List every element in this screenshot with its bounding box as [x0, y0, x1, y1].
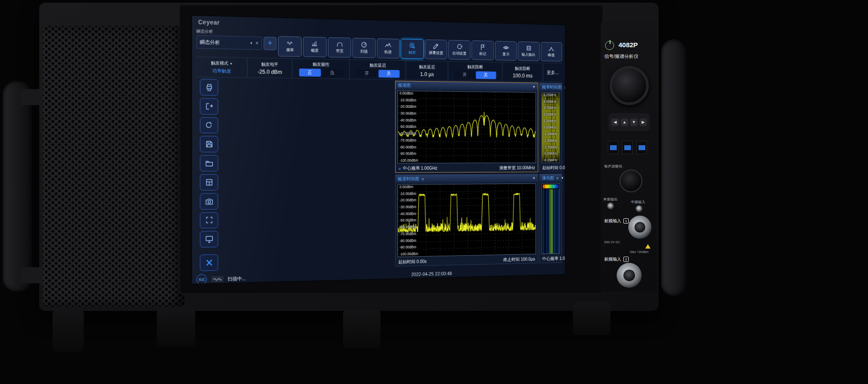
toolbar-button-trace[interactable]: 轨迹: [377, 38, 400, 58]
toggle-option[interactable]: 正: [299, 68, 321, 76]
chart-title: 频谱图: [398, 82, 410, 89]
chevron-down-icon[interactable]: ▼: [561, 176, 564, 180]
toolbar-button-peak[interactable]: 峰值: [540, 42, 562, 61]
chevron-down-icon[interactable]: ▼: [250, 41, 253, 45]
arrow-right-button[interactable]: ▶: [639, 118, 647, 126]
side-button-layout[interactable]: [200, 174, 218, 191]
add-tab-button[interactable]: +: [264, 37, 277, 50]
toolbar-button-trigger[interactable]: 触发: [401, 39, 424, 59]
usb-port[interactable]: [608, 141, 618, 154]
toggle-option[interactable]: 开: [454, 71, 475, 79]
scan-logo-icon: [211, 276, 223, 282]
chart-grid: 频谱图 ▼ 0.00dBm-10.00dBm-20.00dBm-30.00dBm…: [197, 78, 562, 271]
chart-footer: » 中心频率 1.00GHz 测量带宽 10.00MHz: [396, 164, 538, 172]
close-icon[interactable]: ×: [556, 176, 558, 180]
toolbar-button-label: 标记: [479, 51, 487, 57]
chart-window-freq-time[interactable]: 频率时间图 × ▼ 6.25MHz5.00MHz3.75MHz2.50MHz1.…: [539, 83, 562, 172]
side-button-crop[interactable]: [200, 212, 218, 229]
param-group-4[interactable]: 触发延迟1.0 µs: [406, 61, 448, 80]
close-icon[interactable]: ×: [256, 40, 259, 46]
toolbar-button-label: 幅度: [311, 48, 319, 53]
param-value[interactable]: -25.0 dBm: [258, 69, 282, 75]
toolbar-button-label: 显示: [502, 52, 509, 57]
analyzer-ui: 瞬态分析 瞬态分析 ▼ × + 频率幅度带宽扫描轨迹触发测量设置自动设置标记显示…: [192, 27, 565, 284]
param-group-2[interactable]: 触发极性正负: [292, 59, 350, 79]
lo-output-connector: [607, 202, 614, 209]
chart-window-waterfall[interactable]: 瀑布图 × ▼ 中心频率 1.00GHz 测量带宽 10.0: [539, 174, 562, 263]
more-button[interactable]: 更多...: [547, 69, 559, 76]
param-group-6[interactable]: 触发阻断100.0 ms: [502, 62, 543, 82]
close-icon[interactable]: ×: [422, 176, 424, 182]
usb-port[interactable]: [636, 141, 647, 154]
side-button-close[interactable]: [200, 254, 218, 271]
power-button[interactable]: [605, 41, 614, 50]
bandwidth-icon: [336, 41, 343, 48]
chart-header[interactable]: 瀑布图 × ▼: [540, 174, 561, 182]
side-button-folder[interactable]: [200, 155, 218, 172]
spectrum-trace: [398, 91, 536, 163]
expand-panel-icon[interactable]: »: [398, 166, 401, 171]
chart-header[interactable]: 幅度时间图 × ▼: [396, 174, 538, 183]
chart-plot-area: [541, 183, 560, 254]
side-button-save[interactable]: [200, 136, 218, 152]
close-icon[interactable]: ×: [564, 85, 565, 90]
tab-transient-analysis[interactable]: 瞬态分析 ▼ ×: [197, 35, 262, 50]
param-value[interactable]: 功率触发: [212, 68, 231, 75]
refresh-icon: [205, 121, 213, 130]
toolbar-button-display[interactable]: 显示: [495, 41, 517, 61]
usb-port[interactable]: [622, 141, 633, 154]
chart-window-spectrum[interactable]: 频谱图 ▼ 0.00dBm-10.00dBm-20.00dBm-30.00dBm…: [395, 81, 538, 173]
toolbar-button-frequency[interactable]: 频率: [278, 36, 302, 57]
toolbar-button-label: 触发: [409, 50, 416, 55]
chart-header[interactable]: 频谱图 ▼: [396, 81, 538, 91]
toggle-option[interactable]: 负: [322, 69, 343, 77]
side-button-monitor[interactable]: [200, 231, 218, 247]
amp-time-trace: [398, 184, 536, 257]
chart-plot-area: 0.00dBm-10.00dBm-20.00dBm-30.00dBm-40.00…: [397, 90, 536, 163]
param-value[interactable]: 100.0 ms: [513, 73, 532, 79]
toggle-option[interactable]: 关: [476, 71, 496, 79]
param-group-7[interactable]: 更多...: [543, 63, 562, 82]
toolbar-button-sweep[interactable]: 扫描: [352, 38, 376, 58]
chevron-down-icon[interactable]: ▼: [532, 85, 536, 89]
arrow-down-button[interactable]: ▼: [630, 118, 638, 126]
param-group-1[interactable]: 触发电平-25.0 dBm: [247, 58, 292, 78]
toolbar-button-input-output[interactable]: 输入输出: [518, 41, 540, 61]
toolbar-button-auto-settings[interactable]: 自动设置: [448, 40, 471, 60]
toolbar-button-label: 频率: [286, 48, 294, 53]
left-handle: [3, 81, 32, 291]
sweep-icon: [361, 41, 367, 48]
chart-window-amp-time[interactable]: 幅度时间图 × ▼ 0.00dBm-10.00dBm-20.00dBm-30.0…: [395, 174, 538, 266]
chevron-down-icon[interactable]: ▼: [532, 176, 536, 180]
chart-title: 瀑布图: [542, 175, 554, 181]
folder-icon: [205, 159, 213, 167]
rotary-knob[interactable]: [610, 66, 649, 105]
param-title: 触发阻断: [515, 65, 530, 72]
toggle-option[interactable]: 关: [378, 69, 399, 78]
toolbar-button-marker[interactable]: 标记: [472, 41, 494, 60]
side-button-print[interactable]: [200, 79, 218, 95]
side-button-export[interactable]: [200, 98, 218, 114]
front-panel-controls: 4082P 信号/频谱分析仪 ◀ ▲ ▼ ▶ 噪声源驱动 本振输出 中频输入 射…: [601, 21, 657, 291]
param-group-3[interactable]: 触发延迟开关: [350, 60, 406, 79]
start-time-readout: 起始时间 0.00s: [542, 165, 565, 171]
system-button[interactable]: 系统: [197, 274, 207, 284]
arrow-up-button[interactable]: ▲: [621, 118, 628, 126]
arrow-left-button[interactable]: ◀: [611, 118, 619, 126]
chart-header[interactable]: 频率时间图 × ▼: [540, 83, 561, 91]
center-frequency-readout: 中心频率 1.00GHz: [403, 165, 438, 172]
toolbar-button-bandwidth[interactable]: 带宽: [328, 37, 351, 58]
toolbar-button-amplitude[interactable]: 幅度: [303, 37, 327, 57]
param-group-5[interactable]: 触发阻断开关: [448, 61, 502, 81]
start-time-readout: 起始时间 0.00s: [398, 259, 427, 266]
toggle-option[interactable]: 开: [356, 69, 377, 77]
side-button-camera[interactable]: [200, 193, 218, 209]
chart-title: 频率时间图: [542, 84, 562, 90]
rf-input-1-connector: [628, 216, 651, 239]
brand-logo: Ceyear: [198, 18, 220, 26]
param-group-0[interactable]: 触发模式▼功率触发: [197, 57, 248, 78]
param-value[interactable]: 1.0 µs: [420, 71, 434, 77]
rf-input-2-connector: [617, 263, 642, 288]
toolbar-button-measure-settings[interactable]: 测量设置: [425, 39, 447, 59]
side-button-refresh[interactable]: [200, 117, 218, 134]
